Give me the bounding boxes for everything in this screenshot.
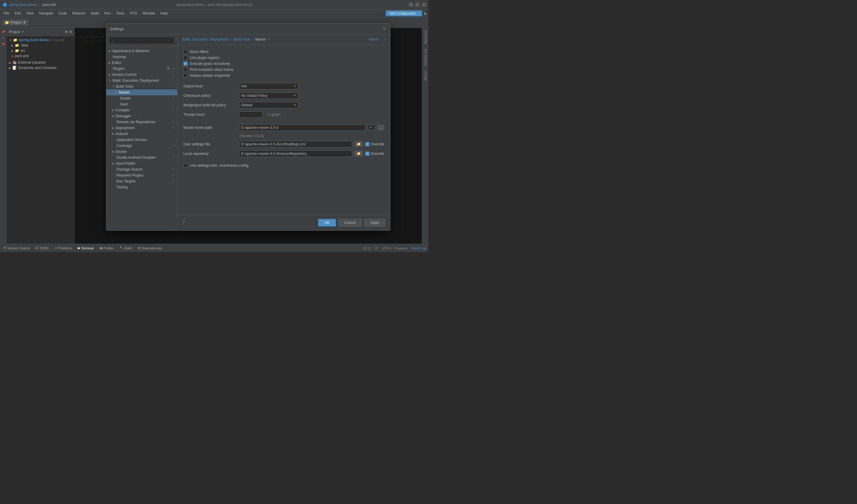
settings-build-exec[interactable]: ▼ Build, Execution, Deployment: [106, 77, 177, 84]
settings-gradle-android[interactable]: Gradle-Android Compiler ✏: [106, 155, 177, 160]
build-tab[interactable]: 🔨 Build: [118, 245, 133, 250]
menu-vcs[interactable]: VCS: [128, 11, 139, 16]
todo-tab[interactable]: ☰ TODO: [34, 245, 50, 250]
version-control-tab[interactable]: ⬆ Version Control: [2, 245, 31, 250]
breadcrumb-part2[interactable]: Build Tools: [233, 37, 251, 41]
settings-required-plugins[interactable]: Required Plugins ✏: [106, 172, 177, 178]
project-dropdown-arrow[interactable]: ▼: [21, 30, 24, 33]
print-stack-traces-checkbox[interactable]: [183, 68, 187, 72]
settings-version-control[interactable]: ▶ Version Control ✏: [106, 72, 177, 77]
settings-gradle[interactable]: Gradle ✏: [106, 95, 177, 101]
project-selector[interactable]: 📁 Project ▼: [2, 20, 29, 25]
run-icon[interactable]: ▶: [424, 11, 427, 16]
local-repo-input[interactable]: [239, 151, 352, 157]
settings-debugger[interactable]: ▶ Debugger: [106, 113, 177, 119]
settings-content: Build, Execution, Deployment › Build Too…: [178, 34, 390, 230]
tree-src[interactable]: ▶ 📁 src: [6, 48, 74, 53]
maven-home-browse-button[interactable]: ...: [377, 125, 384, 130]
bookmark-icon[interactable]: 🔖: [1, 41, 6, 46]
maven-home-row: Maven home path: ▼ ...: [183, 124, 384, 131]
maximize-button[interactable]: □: [415, 3, 419, 7]
maven-right-tab[interactable]: Maven: [422, 68, 428, 83]
collapse-icon[interactable]: ⊟: [69, 30, 72, 34]
terminal-tab[interactable]: ▶ Terminal: [77, 245, 95, 250]
menu-tools[interactable]: Tools: [114, 11, 127, 16]
settings-plugins[interactable]: Plugins 2 ✏: [106, 66, 177, 72]
menu-view[interactable]: View: [24, 11, 36, 16]
menu-edit[interactable]: Edit: [12, 11, 23, 16]
tree-external-libs[interactable]: ▶ 📚 External Libraries: [6, 60, 74, 65]
breadcrumb-forward-arrow[interactable]: ›: [384, 37, 385, 41]
work-offline-checkbox[interactable]: [183, 50, 187, 54]
local-repo-override-checkbox[interactable]: [365, 152, 369, 156]
problems-tab[interactable]: ⚠ Problems: [53, 245, 73, 250]
maven-home-input[interactable]: [239, 124, 366, 131]
settings-editor[interactable]: ▶ Editor: [106, 60, 177, 66]
settings-appearance[interactable]: ▶ Appearance & Behavior: [106, 48, 177, 54]
menu-window[interactable]: Window: [140, 11, 157, 16]
menu-refactor[interactable]: Refactor: [70, 11, 88, 16]
breadcrumb-back-arrow[interactable]: ‹: [381, 37, 382, 41]
settings-maven[interactable]: ▶ Maven ✏: [106, 89, 177, 95]
settings-testing[interactable]: Testing: [106, 184, 177, 190]
reset-link[interactable]: Reset: [369, 37, 378, 41]
always-update-checkbox[interactable]: [183, 73, 187, 77]
structure-icon[interactable]: ≡: [1, 35, 6, 40]
execute-goals-checkbox[interactable]: [183, 62, 187, 66]
settings-deployment[interactable]: ▶ Deployment ✏: [106, 125, 177, 131]
event-log-link[interactable]: Event Log: [411, 246, 426, 250]
output-level-select[interactable]: Info ▼: [239, 83, 298, 89]
user-settings-input[interactable]: [239, 141, 352, 147]
settings-java-profiler[interactable]: ▶ Java Profiler: [106, 160, 177, 167]
ok-button[interactable]: OK: [318, 219, 336, 227]
mybatis-tab[interactable]: Mybatis Sql: [422, 47, 428, 68]
multiproject-select[interactable]: Default ▼: [239, 102, 298, 108]
menu-run[interactable]: Run: [102, 11, 113, 16]
maven-home-dropdown[interactable]: ▼: [368, 125, 375, 130]
menu-navigate[interactable]: Navigate: [37, 11, 55, 16]
project-panel-icon[interactable]: 📌: [1, 29, 6, 34]
apply-button[interactable]: Apply: [364, 219, 385, 227]
menu-help[interactable]: Help: [158, 11, 170, 16]
settings-app-servers[interactable]: Application Servers: [106, 137, 177, 143]
build-tab-icon: 🔨: [120, 246, 124, 250]
settings-build-tools[interactable]: ▼ Build Tools ✏: [106, 84, 177, 89]
settings-run-targets[interactable]: Run Targets ✏: [106, 178, 177, 184]
locate-icon[interactable]: ⊕: [65, 30, 68, 34]
dialog-close-button[interactable]: ✕: [382, 27, 387, 31]
use-settings-config-checkbox[interactable]: [183, 163, 187, 168]
checksum-policy-select[interactable]: No Global Policy ▼: [239, 92, 298, 99]
tree-scratches[interactable]: ▶ 📝 Scratches and Consoles: [6, 65, 74, 70]
settings-remote-jar[interactable]: Remote Jar Repositories ✏: [106, 119, 177, 125]
multiproject-label: Multiproject build fail policy:: [183, 103, 237, 107]
close-button[interactable]: ✕: [422, 3, 426, 7]
thread-count-input[interactable]: [239, 111, 263, 118]
minimize-button[interactable]: ─: [409, 3, 413, 7]
settings-gant[interactable]: Gant: [106, 101, 177, 107]
menu-file[interactable]: File: [1, 11, 12, 16]
dependencies-tab[interactable]: ⊞ Dependencies: [137, 245, 163, 250]
help-icon[interactable]: ?: [182, 220, 185, 225]
menu-code[interactable]: Code: [56, 11, 69, 16]
add-config-button[interactable]: Add Configuration...: [386, 10, 422, 16]
local-repo-browse-button[interactable]: 📁: [355, 151, 363, 156]
user-settings-browse-button[interactable]: 📁: [355, 141, 363, 147]
settings-android[interactable]: ▶ Android: [106, 131, 177, 137]
menu-build[interactable]: Build: [88, 11, 101, 16]
user-settings-override-checkbox[interactable]: [365, 142, 369, 146]
settings-coverage[interactable]: Coverage ✏: [106, 143, 177, 149]
database-tab[interactable]: Database: [422, 28, 428, 47]
settings-search-input[interactable]: [109, 37, 175, 44]
cancel-button[interactable]: Cancel: [338, 219, 362, 227]
tree-idea[interactable]: ▶ 📁 .idea: [6, 42, 74, 48]
settings-package-search[interactable]: Package Search ✏: [106, 167, 177, 172]
settings-compiler[interactable]: ▶ Compiler ✏: [106, 107, 177, 113]
tree-root[interactable]: ▼ 📁 spring-boot-demo E:\JavaW: [6, 37, 74, 42]
settings-docker[interactable]: ▶ Docker: [106, 149, 177, 155]
breadcrumb-part1[interactable]: Build, Execution, Deployment: [182, 37, 229, 41]
deployment-edit: ✏: [172, 126, 175, 129]
settings-keymap[interactable]: Keymap: [106, 54, 177, 60]
tree-pom[interactable]: m pom.xml: [6, 53, 74, 59]
profiler-tab[interactable]: ◉ Profiler: [98, 245, 115, 250]
use-plugin-registry-checkbox[interactable]: [183, 56, 187, 60]
